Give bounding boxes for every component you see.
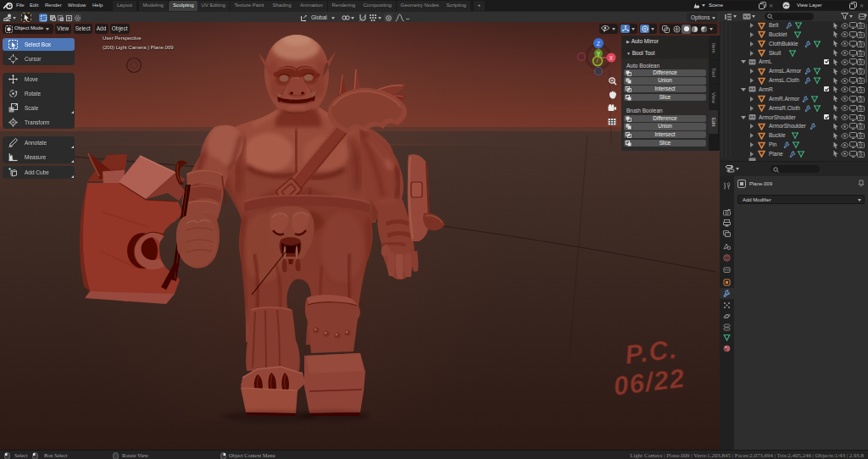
svg-text:X: X <box>609 55 614 61</box>
svg-text:Z: Z <box>597 41 601 47</box>
svg-text:Y: Y <box>597 51 601 57</box>
